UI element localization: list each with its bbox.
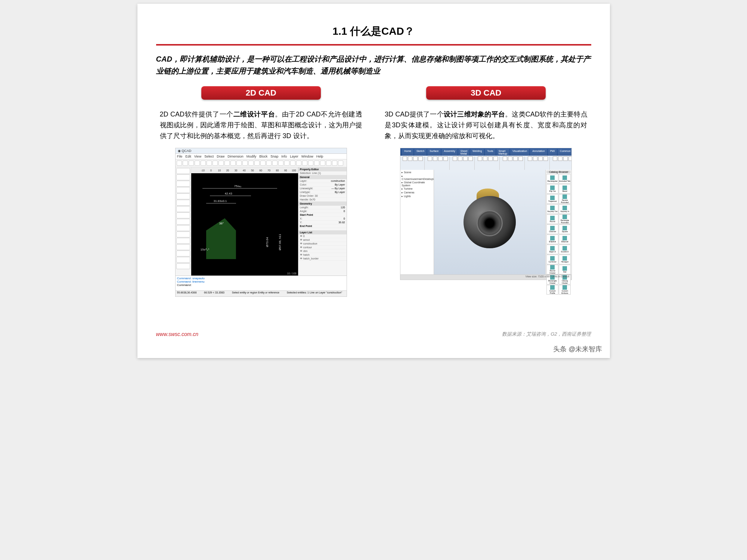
- toolbar-button[interactable]: [320, 161, 325, 166]
- catalog-item[interactable]: Corrector: [546, 255, 558, 264]
- toolbar-button[interactable]: [308, 161, 313, 166]
- catalog-item[interactable]: Custom Emboss: [559, 285, 571, 295]
- scene-tree[interactable]: ▸ Scene ▸ C:\Users\usernam\Desktop\201 ▸…: [400, 170, 434, 274]
- catalog-item[interactable]: Elliptical: [546, 234, 558, 244]
- prop-row[interactable]: Lineweight:— By Layer: [298, 187, 347, 190]
- tool-button[interactable]: [176, 219, 190, 225]
- toolbar-button[interactable]: [177, 161, 182, 166]
- ribbon-tab[interactable]: Surface: [427, 149, 441, 156]
- layer-item[interactable]: 👁 hatch_border: [298, 257, 347, 261]
- toolbar-button[interactable]: [242, 161, 248, 166]
- tool-button[interactable]: [176, 225, 190, 231]
- ribbon-button[interactable]: [503, 156, 507, 161]
- menu-snap[interactable]: Snap: [270, 155, 278, 158]
- ribbon-tabs[interactable]: HomeSketchSurfaceAssemblySheet MetalWeld…: [400, 148, 571, 156]
- tool-button[interactable]: [176, 206, 190, 212]
- layer-item[interactable]: 👁 annot: [298, 238, 347, 242]
- catalog-item[interactable]: Trapezoid: [546, 194, 558, 204]
- layer-item[interactable]: 👁 contour: [298, 246, 347, 249]
- catalog-item[interactable]: Extruded Tab: [559, 174, 571, 184]
- ribbon-tab[interactable]: Common: [558, 149, 573, 156]
- ribbon-button[interactable]: [558, 156, 562, 161]
- command-line[interactable]: Command: snapauto Command: linemenu Comm…: [176, 276, 347, 290]
- toolbar-button[interactable]: [278, 161, 283, 166]
- ribbon-tab[interactable]: Assembly: [441, 149, 457, 156]
- toolbar-button[interactable]: [290, 161, 295, 166]
- menu-window[interactable]: Window: [301, 155, 313, 158]
- prop-row[interactable]: Color: By Layer: [298, 183, 347, 187]
- toolbar-button[interactable]: [201, 161, 206, 166]
- catalog-item[interactable]: Segm.D: [546, 245, 558, 254]
- ribbon-button[interactable]: [463, 156, 468, 161]
- menu-view[interactable]: View: [194, 155, 201, 158]
- catalog-item[interactable]: Star: [559, 265, 571, 274]
- ribbon-button[interactable]: [533, 156, 537, 161]
- toolbar-button[interactable]: [266, 161, 272, 166]
- toolbar-button[interactable]: [284, 161, 289, 166]
- tree-item[interactable]: ▸ Lights: [401, 195, 433, 198]
- toolbar-button[interactable]: [338, 161, 343, 166]
- ribbon-tab[interactable]: Sheet Metal: [458, 149, 469, 156]
- catalog-item[interactable]: Round: [546, 214, 558, 224]
- menu-file[interactable]: File: [177, 155, 183, 158]
- catalog-item[interactable]: Keyway Out: [546, 204, 558, 214]
- qcad-menubar[interactable]: FileEditViewSelectDrawDimensionModifyBlo…: [176, 154, 347, 159]
- catalog-item[interactable]: Channel: [546, 224, 558, 234]
- property-editor[interactable]: Property Editor Selection: Line (1) Gene…: [298, 167, 347, 276]
- catalog-item[interactable]: Custom Profile: [546, 285, 558, 295]
- menu-modify[interactable]: Modify: [247, 155, 257, 158]
- ribbon-button[interactable]: [493, 156, 498, 161]
- tree-item[interactable]: ▸ Cameras: [401, 191, 433, 195]
- layer-item[interactable]: 👁 construction: [298, 242, 347, 246]
- tool-button[interactable]: [176, 193, 190, 199]
- ribbon-tab[interactable]: Annotation: [530, 149, 547, 156]
- catalog-item[interactable]: Hexagon: [559, 255, 571, 264]
- ribbon-button[interactable]: [453, 156, 457, 161]
- ribbon-button[interactable]: [438, 156, 443, 161]
- toolbar-button[interactable]: [272, 161, 278, 166]
- catalog-item[interactable]: Rectangular: [546, 174, 558, 184]
- ribbon-tab[interactable]: Tools: [485, 149, 495, 156]
- qcad-canvas[interactable]: -100102030405060708090100 75±₁₅ 42.43 31…: [191, 167, 298, 276]
- toolbar-button[interactable]: [260, 161, 266, 166]
- ribbon-button[interactable]: [563, 156, 568, 161]
- toolbar-button[interactable]: [314, 161, 319, 166]
- ribbon-button[interactable]: [468, 156, 473, 161]
- tree-item[interactable]: ▸ C:\Users\usernam\Desktop\201: [401, 174, 433, 181]
- toolbar-button[interactable]: [296, 161, 301, 166]
- catalog-item[interactable]: Round Cluster: [546, 265, 558, 274]
- tree-item[interactable]: ▸ Scene: [401, 171, 433, 174]
- toolbar-button[interactable]: [230, 161, 236, 166]
- tree-item[interactable]: ▸ Global Coordinate System: [401, 181, 433, 187]
- layer-item[interactable]: 👁 dim: [298, 249, 347, 253]
- catalog-item[interactable]: Bevel: [559, 184, 571, 194]
- tool-button[interactable]: [176, 238, 190, 244]
- toolbar-button[interactable]: [207, 161, 212, 166]
- tool-button[interactable]: [176, 231, 190, 237]
- menu-layer[interactable]: Layer: [290, 155, 298, 158]
- toolbar-button[interactable]: [195, 161, 200, 166]
- menu-draw[interactable]: Draw: [217, 155, 224, 158]
- ribbon-button[interactable]: [408, 156, 412, 161]
- toolbar-button[interactable]: [302, 161, 307, 166]
- ribbon-button[interactable]: [403, 156, 407, 161]
- qcad-tool-palette[interactable]: [176, 167, 191, 276]
- catalog-item[interactable]: Ellipsoid: [559, 234, 571, 244]
- menu-info[interactable]: Info: [281, 155, 287, 158]
- tool-button[interactable]: [176, 181, 190, 187]
- ribbon-tab[interactable]: Visualization: [510, 149, 529, 156]
- ribbon-button[interactable]: [458, 156, 462, 161]
- tool-button[interactable]: [176, 174, 190, 180]
- catalog-item[interactable]: Rectangle Rounded: [559, 214, 571, 224]
- ribbon[interactable]: HomeSketchSurfaceAssemblySheet MetalWeld…: [400, 148, 571, 170]
- catalog-item[interactable]: Square Rounded: [559, 194, 571, 204]
- qcad-toolbar[interactable]: [176, 159, 347, 167]
- catalog-browser[interactable]: Catalog Browser RectangularExtruded TabF…: [545, 170, 571, 274]
- ribbon-button[interactable]: [538, 156, 543, 161]
- ribbon-button[interactable]: [488, 156, 493, 161]
- catalog-item[interactable]: Square: [559, 224, 571, 234]
- toolbar-button[interactable]: [332, 161, 337, 166]
- toolbar-button[interactable]: [218, 161, 224, 166]
- menu-help[interactable]: Help: [316, 155, 323, 158]
- tool-button[interactable]: [176, 244, 190, 250]
